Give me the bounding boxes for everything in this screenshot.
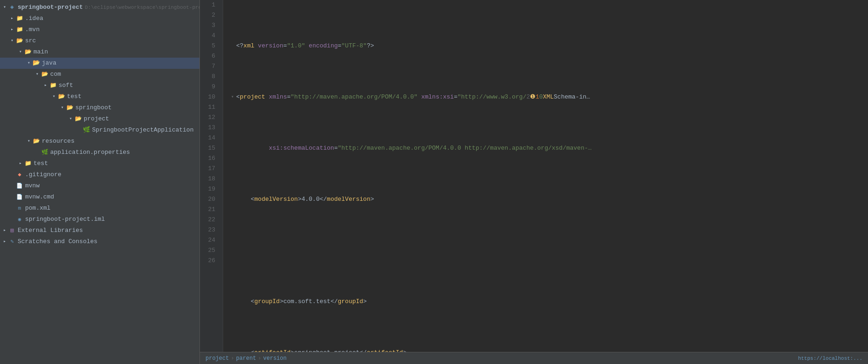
tree-java-label: java bbox=[42, 59, 56, 68]
tree-pom-label: pom.xml bbox=[25, 204, 51, 213]
tree-gitignore[interactable]: ◆ .gitignore bbox=[0, 169, 199, 180]
code-editor[interactable]: <?xml version="1.0" encoding="UTF-8"?> ▾… bbox=[223, 0, 868, 352]
folder-icon-test-src bbox=[24, 160, 32, 167]
breadcrumb-parent[interactable]: parent bbox=[236, 355, 256, 362]
project-root-label: springboot-project bbox=[18, 3, 83, 12]
tree-main[interactable]: main bbox=[0, 46, 199, 58]
breadcrumb: project › parent › version bbox=[205, 355, 286, 362]
tree-com-label: com bbox=[50, 70, 61, 79]
file-tree: ◈ springboot-project D:\eclipse\webworks… bbox=[0, 0, 199, 364]
breadcrumb-version[interactable]: version bbox=[263, 355, 286, 362]
iml-icon: ◉ bbox=[16, 216, 23, 223]
tree-project-pkg[interactable]: project bbox=[0, 113, 199, 125]
tree-spring-app-label: SpringbootProjectApplication bbox=[92, 126, 193, 135]
chevron-root bbox=[2, 5, 7, 10]
line-text-2: <project xmlns="http://maven.apache.org/… bbox=[236, 92, 868, 102]
tree-mvnw[interactable]: 📄 mvnw bbox=[0, 180, 199, 192]
folder-icon-src bbox=[16, 37, 23, 45]
status-url: https://localhost:... bbox=[798, 356, 862, 361]
tree-gitignore-label: .gitignore bbox=[25, 170, 61, 179]
tree-java[interactable]: 📂 java bbox=[0, 58, 199, 69]
tree-mvnw-cmd-label: mvnw.cmd bbox=[25, 192, 54, 202]
app-props-icon: 🌿 bbox=[41, 149, 48, 156]
code-line-6: <groupId>com.soft.test</groupId> bbox=[229, 297, 868, 307]
tree-resources-label: resources bbox=[42, 137, 74, 146]
code-line-1: <?xml version="1.0" encoding="UTF-8"?> bbox=[229, 41, 868, 51]
chevron-resources bbox=[26, 139, 32, 144]
tree-ext-libs[interactable]: ▤ External Libraries bbox=[0, 225, 199, 236]
tree-pom[interactable]: m pom.xml bbox=[0, 203, 199, 214]
tree-idea-label: .idea bbox=[25, 14, 43, 23]
tree-iml[interactable]: ◉ springboot-project.iml bbox=[0, 214, 199, 225]
mvnw-icon: 📄 bbox=[16, 182, 23, 190]
tree-src-label: src bbox=[25, 36, 36, 46]
tree-mvn[interactable]: .mvn bbox=[0, 24, 199, 35]
project-root[interactable]: ◈ springboot-project D:\eclipse\webworks… bbox=[0, 2, 199, 13]
code-line-4: <modelVersion>4.0.0</modelVersion> bbox=[229, 194, 868, 205]
ext-libs-icon: ▤ bbox=[8, 227, 16, 234]
tree-scratches-label: Scratches and Consoles bbox=[18, 237, 98, 246]
mvnw-cmd-icon: 📄 bbox=[16, 193, 23, 201]
breadcrumb-project[interactable]: project bbox=[205, 355, 229, 362]
line-text-5 bbox=[236, 245, 868, 256]
project-path: D:\eclipse\webworkspace\springboot-pro..… bbox=[85, 3, 199, 12]
tree-soft-label: soft bbox=[59, 81, 73, 90]
chevron-project-pkg bbox=[68, 116, 73, 122]
code-line-7: <artifactId>springboot-project</artifact… bbox=[229, 348, 868, 352]
status-bar: project › parent › version https://local… bbox=[200, 352, 868, 364]
chevron-idea bbox=[9, 16, 15, 21]
folder-icon-mvn bbox=[16, 26, 23, 33]
line-numbers: 1 2 3 4 5 6 7 8 9 10 11 12 13 14 15 16 1… bbox=[200, 0, 223, 352]
tree-scratches[interactable]: ✎ Scratches and Consoles bbox=[0, 236, 199, 247]
folder-icon-project-pkg bbox=[74, 115, 82, 123]
tree-app-props[interactable]: 🌿 application.properties bbox=[0, 147, 199, 158]
folder-icon-resources bbox=[33, 138, 40, 145]
folder-icon-soft bbox=[49, 82, 57, 89]
chevron-mvn bbox=[9, 27, 15, 33]
editor-panel: 1 2 3 4 5 6 7 8 9 10 11 12 13 14 15 16 1… bbox=[200, 0, 868, 364]
chevron-scratches bbox=[2, 239, 7, 245]
tree-test-src-label: test bbox=[33, 159, 48, 168]
folder-icon-springboot bbox=[66, 104, 73, 112]
tree-mvnw-cmd[interactable]: 📄 mvnw.cmd bbox=[0, 192, 199, 203]
project-tree-panel: ◈ springboot-project D:\eclipse\webworks… bbox=[0, 0, 200, 364]
breadcrumb-sep-2: › bbox=[258, 355, 261, 362]
chevron-ext-libs bbox=[2, 228, 7, 233]
chevron-main bbox=[18, 49, 23, 55]
fold-2[interactable]: ▾ bbox=[229, 92, 236, 102]
gitignore-icon: ◆ bbox=[16, 171, 23, 179]
tree-com[interactable]: com bbox=[0, 69, 199, 80]
chevron-test-src bbox=[18, 161, 23, 166]
chevron-springboot bbox=[60, 105, 65, 111]
line-text-3: xsi:schemaLocation="http://maven.apache.… bbox=[236, 143, 868, 153]
tree-ext-libs-label: External Libraries bbox=[18, 226, 83, 235]
spring-app-icon: 🌿 bbox=[83, 126, 90, 134]
folder-icon-java: 📂 bbox=[33, 60, 40, 67]
scratches-icon: ✎ bbox=[8, 238, 16, 245]
chevron-java bbox=[26, 60, 32, 66]
chevron-com bbox=[34, 72, 40, 77]
folder-icon-main bbox=[24, 48, 32, 56]
tree-spring-app[interactable]: 🌿 SpringbootProjectApplication bbox=[0, 125, 199, 136]
tree-soft[interactable]: soft bbox=[0, 80, 199, 91]
tree-app-props-label: application.properties bbox=[50, 148, 130, 157]
tree-test-pkg-label: test bbox=[67, 92, 81, 101]
code-line-3: xsi:schemaLocation="http://maven.apache.… bbox=[229, 143, 868, 153]
line-text-7: <artifactId>springboot-project</artifact… bbox=[236, 348, 868, 352]
breadcrumb-sep-1: › bbox=[231, 355, 234, 362]
folder-icon-idea bbox=[16, 15, 23, 22]
tree-mvn-label: .mvn bbox=[25, 25, 40, 34]
tree-src[interactable]: src bbox=[0, 35, 199, 46]
tree-springboot[interactable]: springboot bbox=[0, 102, 199, 113]
tree-mvnw-label: mvnw bbox=[25, 181, 40, 191]
tree-test-src[interactable]: test bbox=[0, 158, 199, 169]
folder-icon-test-pkg bbox=[58, 93, 65, 100]
tree-idea[interactable]: .idea bbox=[0, 13, 199, 24]
tree-springboot-label: springboot bbox=[75, 103, 112, 113]
pom-icon: m bbox=[16, 205, 23, 212]
tree-test-pkg[interactable]: test bbox=[0, 91, 199, 102]
tree-resources[interactable]: resources bbox=[0, 136, 199, 147]
tree-iml-label: springboot-project.iml bbox=[25, 215, 105, 224]
project-icon: ◈ bbox=[8, 4, 16, 11]
code-container[interactable]: 1 2 3 4 5 6 7 8 9 10 11 12 13 14 15 16 1… bbox=[200, 0, 868, 352]
